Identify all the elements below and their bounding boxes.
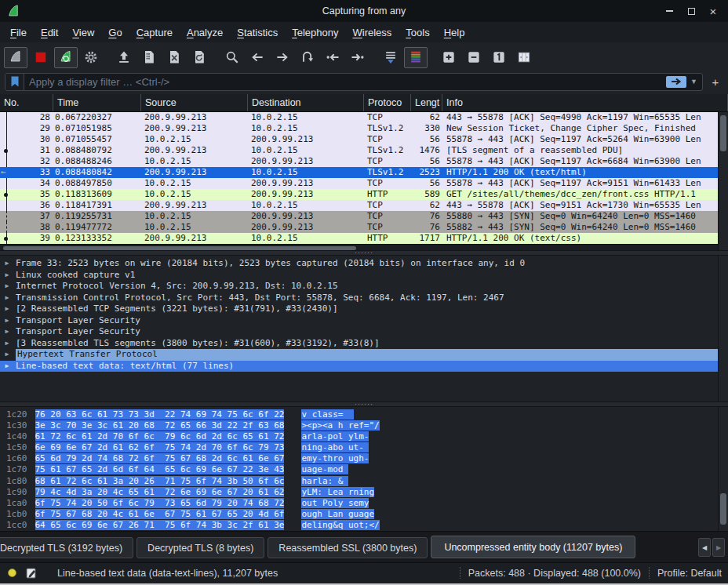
detail-row-3[interactable]: ▶Transmission Control Protocol, Src Port… [0, 292, 728, 304]
column-header-info[interactable]: Info [442, 94, 728, 111]
detail-row-9[interactable]: ▶Line-based text data: text/html (77 lin… [0, 361, 718, 372]
menu-go[interactable]: Go [101, 24, 129, 41]
hex-row-1c50[interactable]: 1c506e 69 6e 67 2d 61 62 6f 75 74 2d 70 … [6, 442, 728, 453]
packet-row-36[interactable]: 360.118417391200.9.99.21310.0.2.15TCP624… [0, 200, 718, 211]
detail-row-5[interactable]: ▶Transport Layer Security [0, 315, 728, 327]
column-header-protocol[interactable]: Protoco [364, 94, 411, 111]
go-forward-button[interactable] [271, 47, 294, 68]
menu-help[interactable]: Help [437, 24, 472, 41]
auto-scroll-button[interactable] [379, 47, 402, 68]
expand-arrow-icon[interactable]: ▶ [0, 281, 14, 292]
hex-bytes[interactable]: 64 65 6c 69 6e 67 26 71 75 6f 74 3b 3c 2… [35, 520, 285, 530]
maximize-button[interactable] [682, 3, 700, 19]
hex-bytes[interactable]: 3e 3c 70 3e 3c 61 20 68 72 65 66 3d 22 2… [35, 420, 285, 431]
expand-arrow-icon[interactable]: ▶ [0, 292, 14, 304]
menu-edit[interactable]: Edit [34, 24, 65, 41]
packet-row-30[interactable]: 300.07105545710.0.2.15200.9.99.213TCP565… [0, 134, 718, 145]
hex-row-1ca0[interactable]: 1ca06f 75 74 20 50 6f 6c 79 73 65 6d 79 … [6, 498, 728, 509]
hex-ascii[interactable]: ning-abo ut- [301, 442, 369, 452]
detail-row-2[interactable]: ▶Internet Protocol Version 4, Src: 200.9… [0, 281, 728, 292]
colorize-button[interactable] [404, 47, 428, 68]
menu-telephony[interactable]: Telephony [285, 24, 345, 41]
apply-filter-button[interactable] [666, 76, 686, 88]
hex-row-1c70[interactable]: 1c7075 61 67 65 2d 6d 6f 64 65 6c 69 6e … [6, 464, 728, 475]
packet-row-29[interactable]: 290.071051985200.9.99.21310.0.2.15TLSv1.… [0, 123, 718, 134]
minimize-button[interactable] [661, 3, 678, 19]
filter-bookmark-button[interactable] [5, 74, 24, 90]
hex-ascii[interactable]: ><p><a h ref="/ [301, 420, 379, 431]
column-header-time[interactable]: Time [53, 94, 141, 111]
reload-file-button[interactable] [187, 47, 211, 68]
go-to-packet-button[interactable] [296, 47, 319, 68]
hex-row-1c40[interactable]: 1c4061 72 6c 61 2d 70 6f 6c 79 6c 6d 2d … [6, 431, 728, 442]
packet-row-37[interactable]: 370.11925573110.0.2.15200.9.99.213TCP765… [0, 211, 718, 222]
packet-row-34[interactable]: 340.08849785010.0.2.15200.9.99.213TCP565… [0, 178, 718, 189]
hex-ascii[interactable]: arla-pol ylm- [301, 431, 369, 441]
expert-info-icon[interactable] [8, 569, 16, 577]
detail-row-4[interactable]: ▶[2 Reassembled TCP Segments (3221 bytes… [0, 303, 728, 315]
display-filter-field[interactable]: ▼ [5, 73, 703, 91]
hex-ascii[interactable]: uage-mod [301, 464, 348, 474]
add-filter-button[interactable]: + [708, 74, 723, 89]
find-packet-button[interactable] [220, 47, 244, 68]
hex-ascii[interactable]: v class= [301, 409, 353, 420]
open-file-button[interactable] [112, 47, 136, 68]
expand-arrow-icon[interactable]: ▶ [0, 270, 14, 282]
hex-row-1c80[interactable]: 1c8068 61 72 6c 61 3a 20 26 71 75 6f 74 … [6, 476, 728, 487]
column-header-source[interactable]: Source [141, 94, 248, 111]
byte-view-tab-1[interactable]: Decrypted TLS (8 bytes) [136, 537, 264, 558]
packet-row-32[interactable]: 320.08848824610.0.2.15200.9.99.213TCP565… [0, 156, 718, 167]
expand-arrow-icon[interactable]: ▶ [0, 361, 14, 372]
tab-scroll-right-button[interactable]: ▶ [712, 538, 725, 557]
packet-row-28[interactable]: 280.067220327200.9.99.21310.0.2.15TCP624… [0, 112, 718, 123]
save-file-button[interactable] [137, 47, 161, 68]
zoom-out-button[interactable] [462, 47, 486, 68]
byte-view-tab-2[interactable]: Reassembled SSL (3800 bytes) [268, 537, 428, 558]
capture-start-button[interactable] [4, 47, 27, 68]
packet-row-31[interactable]: 310.088480792200.9.99.21310.0.2.15TLSv1.… [0, 145, 718, 156]
go-back-button[interactable] [246, 47, 269, 68]
go-last-button[interactable] [346, 47, 369, 68]
byte-view-tab-3[interactable]: Uncompressed entity body (11207 bytes) [431, 536, 635, 558]
packet-row-39[interactable]: 390.123133352200.9.99.21310.0.2.15HTTP17… [0, 233, 718, 244]
hex-ascii[interactable]: ough Lan guage [301, 509, 374, 519]
splitter-details-bytes[interactable]: ······ [0, 402, 728, 407]
close-file-button[interactable] [162, 47, 186, 68]
hex-row-1c20[interactable]: 1c2076 20 63 6c 61 73 73 3d 22 74 69 74 … [6, 409, 728, 420]
expand-arrow-icon[interactable]: ▶ [0, 349, 14, 361]
detail-row-7[interactable]: ▶[3 Reassembled TLS segments (3800 bytes… [0, 338, 728, 350]
hex-ascii[interactable]: emy-thro ugh- [301, 453, 369, 463]
close-button[interactable]: × [704, 3, 722, 19]
menu-capture[interactable]: Capture [129, 24, 180, 41]
hex-ascii[interactable]: yLM: Lea rning [301, 487, 374, 497]
tab-scroll-left-button[interactable]: ◀ [698, 538, 711, 557]
column-header-length[interactable]: Lengt [411, 94, 442, 111]
display-filter-input[interactable] [24, 76, 666, 88]
capture-restart-button[interactable] [54, 47, 78, 68]
packet-row-38[interactable]: 380.11947777210.0.2.15200.9.99.213TCP765… [0, 222, 718, 233]
bytes-vertical-scrollbar[interactable] [718, 407, 728, 531]
menu-view[interactable]: View [65, 24, 101, 41]
menu-statistics[interactable]: Statistics [230, 24, 285, 41]
splitter-list-details[interactable]: ······ [0, 250, 728, 256]
expand-arrow-icon[interactable]: ▶ [0, 326, 14, 338]
hex-bytes[interactable]: 6e 69 6e 67 2d 61 62 6f 75 74 2d 70 6f 6… [35, 442, 285, 452]
hex-bytes[interactable]: 65 6d 79 2d 74 68 72 6f 75 67 68 2d 6c 6… [35, 453, 285, 463]
expand-arrow-icon[interactable]: ▶ [0, 315, 14, 327]
capture-options-button[interactable] [79, 47, 103, 68]
menu-wireless[interactable]: Wireless [346, 24, 399, 41]
hex-bytes[interactable]: 6f 75 67 68 20 4c 61 6e 67 75 61 67 65 2… [35, 509, 285, 519]
filter-dropdown-caret[interactable]: ▼ [689, 78, 702, 85]
menu-tools[interactable]: Tools [399, 24, 436, 41]
hex-row-1cc0[interactable]: 1cc064 65 6c 69 6e 67 26 71 75 6f 74 3b … [6, 520, 728, 531]
hex-bytes[interactable]: 68 61 72 6c 61 3a 20 26 71 75 6f 74 3b 5… [35, 476, 285, 486]
byte-view-tab-0[interactable]: Decrypted TLS (3192 bytes) [0, 537, 133, 558]
resize-columns-button[interactable] [512, 47, 536, 68]
packet-row-35[interactable]: 350.11831360910.0.2.15200.9.99.213HTTP58… [0, 189, 718, 200]
hex-bytes[interactable]: 6f 75 74 20 50 6f 6c 79 73 65 6d 79 20 7… [35, 498, 285, 508]
details-vertical-scrollbar[interactable] [718, 256, 728, 402]
go-first-button[interactable] [321, 47, 344, 68]
hex-ascii[interactable]: out Poly semy [301, 498, 369, 508]
menu-analyze[interactable]: Analyze [180, 24, 230, 41]
packet-list-horizontal-scrollbar[interactable] [0, 244, 718, 250]
